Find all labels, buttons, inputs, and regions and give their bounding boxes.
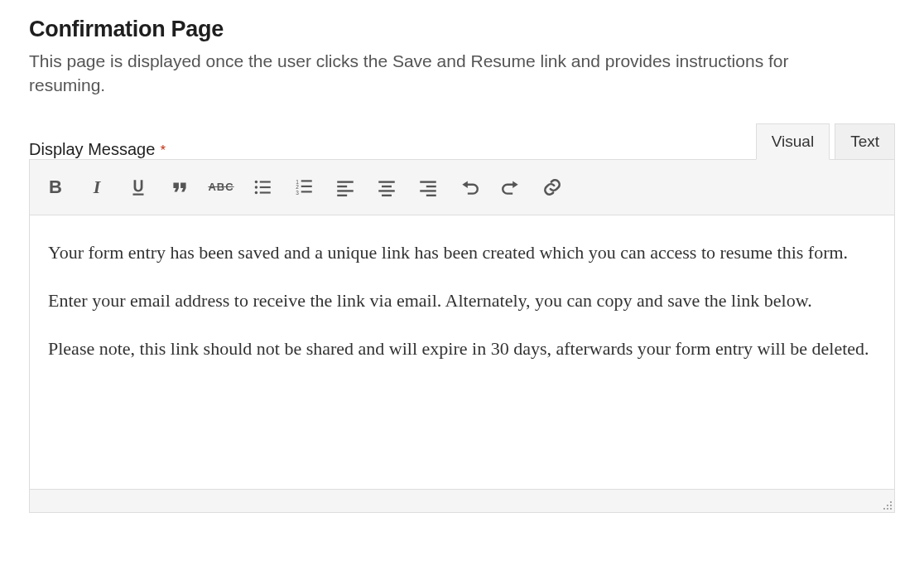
field-label-wrap: Display Message * [29, 140, 166, 159]
svg-rect-3 [260, 181, 271, 182]
redo-icon [500, 176, 522, 198]
svg-point-0 [255, 181, 257, 183]
svg-rect-21 [426, 186, 436, 187]
tab-visual[interactable]: Visual [756, 123, 830, 160]
strikethrough-icon: ABC [208, 181, 233, 193]
bold-icon: B [49, 176, 62, 198]
svg-rect-19 [382, 194, 392, 196]
italic-button[interactable]: I [78, 168, 116, 206]
svg-point-24 [890, 501, 892, 503]
tab-text[interactable]: Text [835, 123, 895, 160]
svg-point-25 [887, 505, 888, 506]
svg-rect-11 [301, 191, 312, 192]
svg-point-1 [255, 186, 257, 188]
link-icon [541, 176, 563, 198]
svg-rect-18 [378, 190, 395, 191]
svg-rect-12 [337, 181, 354, 182]
svg-rect-10 [301, 186, 312, 187]
svg-rect-17 [382, 186, 392, 187]
svg-point-27 [883, 508, 885, 510]
svg-rect-23 [426, 194, 436, 196]
svg-rect-5 [260, 191, 271, 193]
undo-button[interactable] [450, 168, 488, 206]
required-indicator: * [161, 143, 166, 157]
align-center-button[interactable] [368, 168, 406, 206]
editor-paragraph: Your form entry has been saved and a uni… [48, 239, 876, 267]
editor-toolbar: B I ABC [30, 160, 894, 215]
align-right-button[interactable] [409, 168, 447, 206]
svg-rect-20 [420, 181, 436, 182]
bold-button[interactable]: B [36, 168, 75, 206]
numbered-list-button[interactable]: 1 2 3 [285, 168, 323, 206]
field-label: Display Message [29, 140, 155, 158]
resize-icon [881, 499, 893, 510]
svg-point-28 [887, 508, 888, 510]
blockquote-button[interactable] [161, 168, 199, 206]
svg-rect-13 [337, 186, 347, 187]
svg-rect-15 [337, 194, 347, 196]
numbered-list-icon: 1 2 3 [293, 176, 315, 198]
svg-rect-16 [378, 181, 395, 182]
align-left-button[interactable] [326, 168, 364, 206]
section-title: Confirmation Page [29, 17, 895, 42]
editor-mode-tabs: Visual Text [756, 123, 895, 159]
link-button[interactable] [533, 168, 571, 206]
align-center-icon [376, 176, 397, 198]
align-right-icon [417, 176, 439, 198]
underline-button[interactable] [119, 168, 157, 206]
svg-point-26 [890, 505, 892, 506]
section-description: This page is displayed once the user cli… [29, 49, 840, 98]
italic-icon: I [94, 176, 101, 198]
editor-content-area[interactable]: Your form entry has been saved and a uni… [30, 215, 894, 489]
bullet-list-button[interactable] [243, 168, 282, 206]
svg-rect-4 [260, 186, 271, 188]
svg-rect-22 [420, 190, 436, 191]
editor-paragraph: Please note, this link should not be sha… [48, 335, 876, 363]
quote-icon [169, 176, 190, 198]
rich-text-editor: B I ABC [29, 159, 895, 513]
svg-point-29 [890, 508, 892, 510]
resize-handle[interactable] [879, 497, 893, 510]
redo-button[interactable] [492, 168, 530, 206]
editor-status-bar [30, 489, 894, 512]
strikethrough-button[interactable]: ABC [202, 168, 240, 206]
svg-text:3: 3 [296, 189, 299, 195]
undo-icon [459, 176, 480, 198]
bullet-list-icon [252, 176, 273, 198]
svg-rect-14 [337, 190, 354, 191]
editor-paragraph: Enter your email address to receive the … [48, 287, 876, 315]
align-left-icon [334, 176, 356, 198]
svg-rect-9 [301, 180, 312, 181]
underline-icon [128, 176, 149, 198]
svg-point-2 [255, 191, 257, 194]
